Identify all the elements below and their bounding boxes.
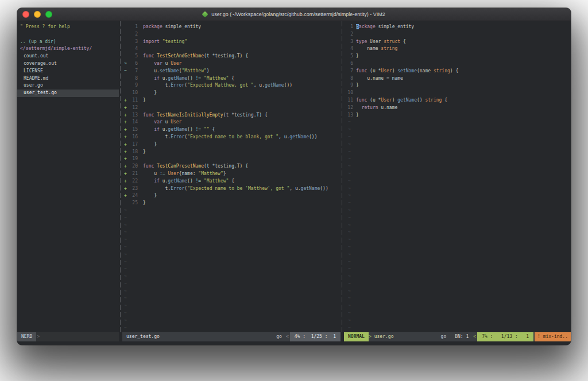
statusline-position: 7% : 1/13 : 1 [477,332,533,341]
code-line[interactable]: 1package simple_entity [346,24,571,31]
code-line[interactable]: 11func (u *User) getName() string { [346,97,571,104]
nerdtree-up-dir[interactable]: .. (up a dir) [17,38,119,46]
close-button[interactable] [22,11,29,18]
code-text: var u User [138,60,181,68]
code-text: } [138,90,157,97]
empty-line-tilde: ~ [346,310,351,317]
code-text: u.name = name [353,75,403,83]
code-line[interactable]: 3type User struct { [346,38,571,46]
code-line[interactable]: 2 [122,31,341,38]
code-line[interactable]: 5func TestSetAndGetName(t *testing.T) { [122,53,341,60]
zoom-button[interactable] [45,11,52,18]
tree-item-count-out[interactable]: count.out [17,53,119,60]
line-number: 6 [346,60,353,68]
code-line[interactable]: +24 } [122,192,341,200]
code-line[interactable]: +18} [122,149,341,156]
code-line[interactable]: +14 var u User [122,119,341,126]
minimize-button[interactable] [34,11,41,18]
powerline-separator-icon: < [286,333,290,341]
code-line[interactable]: ~6 var u User [122,60,341,68]
code-line[interactable]: 4 [122,45,341,53]
code-line[interactable]: +22 if u.getName() != "Matthew" { [122,178,341,185]
code-line[interactable]: +20func TestCanPresetName(t *testing.T) … [122,163,341,170]
code-line[interactable]: 9 t.Error("Expected Matthew, got ", u.ge… [122,82,341,90]
code-text: } [353,53,359,60]
sign-column [122,53,129,60]
empty-line-tilde: ~ [346,236,351,244]
tree-item-user-test-go[interactable]: user_test.go [17,90,119,97]
code-line[interactable]: +19 [122,155,341,163]
statusline-filename: user.go [372,333,394,341]
line-number: 9 [129,82,138,90]
code-text: var u User [138,119,181,126]
code-text: if u.getName() != "" { [138,126,215,134]
empty-line-tilde: ~ [346,200,351,207]
nerdtree-root-path[interactable]: </settermjd/simple-entity/ [17,45,119,53]
code-line[interactable]: +17 } [122,141,341,149]
gitgutter-added-sign: + [122,163,129,170]
code-text: name string [353,45,397,53]
code-line[interactable]: 5} [346,53,571,60]
line-number: 20 [129,163,138,170]
line-number: 16 [129,134,138,141]
code-line[interactable]: ~7 u.setName("Matthew") [122,68,341,75]
code-line[interactable]: 7func (u *User) setName(name string) { [346,68,571,75]
code-line[interactable]: 9} [346,82,571,90]
line-number: 13 [346,112,353,119]
code-text: type User struct { [353,38,406,46]
line-number: 1 [129,24,138,31]
code-text: } [353,112,359,119]
code-text [353,60,356,68]
empty-line-tilde: ~ [122,317,127,325]
gitgutter-added-sign: + [122,134,129,141]
code-line[interactable]: 8 if u.getName() != "Matthew" { [122,75,341,83]
code-text: } [138,192,157,200]
command-line[interactable] [17,341,571,345]
gitgutter-added-sign: + [122,104,129,112]
titlebar[interactable]: user.go (~/Workspace/golang/src/github.c… [17,8,571,21]
line-number: 12 [129,104,138,112]
empty-line-tilde: ~ [122,251,127,259]
code-line[interactable]: 25} [122,200,341,207]
code-line[interactable]: +12 [122,104,341,112]
code-line[interactable]: 10 [346,90,571,97]
gitgutter-added-sign: + [122,178,129,185]
nerdtree-blank-line [17,31,119,38]
code-line[interactable]: +23 t.Error("Expected name to be 'Matthe… [122,185,341,193]
code-line[interactable]: 1package simple_entity [122,24,341,31]
line-number: 24 [129,192,138,200]
code-line[interactable]: 10 } [122,90,341,97]
code-text: t.Error("Expected name to be blank, got … [138,134,317,141]
gitgutter-added-sign: + [122,119,129,126]
tree-item-readme-md[interactable]: README.md [17,75,119,83]
code-line[interactable]: 13} [346,112,571,119]
code-line[interactable]: +16 t.Error("Expected name to be blank, … [122,134,341,141]
sign-column [122,38,129,46]
code-line[interactable]: 8 u.name = name [346,75,571,83]
code-line[interactable]: 6 [346,60,571,68]
code-line[interactable]: 12 return u.name [346,104,571,112]
sign-column [122,82,129,90]
empty-line-tilde: ~ [346,185,351,193]
line-number: 23 [129,185,138,193]
line-number: 14 [129,119,138,126]
code-line[interactable]: +15 if u.getName() != "" { [122,126,341,134]
code-line[interactable]: +13func TestNameIsInitiallyEmpty(t *test… [122,112,341,119]
statusline-user-go: NORMAL > user.go go BN: 1 < 7% : 1/13 : … [344,332,571,341]
code-text [353,31,356,38]
code-line[interactable]: 3import "testing" [122,38,341,46]
window-title-text: user.go (~/Workspace/golang/src/github.c… [211,11,385,17]
line-number: 7 [346,68,353,75]
code-line[interactable]: 2 [346,31,571,38]
code-line[interactable]: 4 name string [346,45,571,53]
empty-line-tilde: ~ [122,259,127,266]
tree-item-user-go[interactable]: user.go [17,82,119,90]
sign-column [122,200,129,207]
vim-terminal-window: user.go (~/Workspace/golang/src/github.c… [17,8,571,345]
gitgutter-added-sign: + [122,97,129,104]
line-number: 21 [129,170,138,178]
tree-item-license[interactable]: LICENSE [17,68,119,75]
code-line[interactable]: +21 u := User{name: "Matthew"} [122,170,341,178]
code-line[interactable]: +11} [122,97,341,104]
tree-item-coverage-out[interactable]: coverage.out [17,60,119,68]
